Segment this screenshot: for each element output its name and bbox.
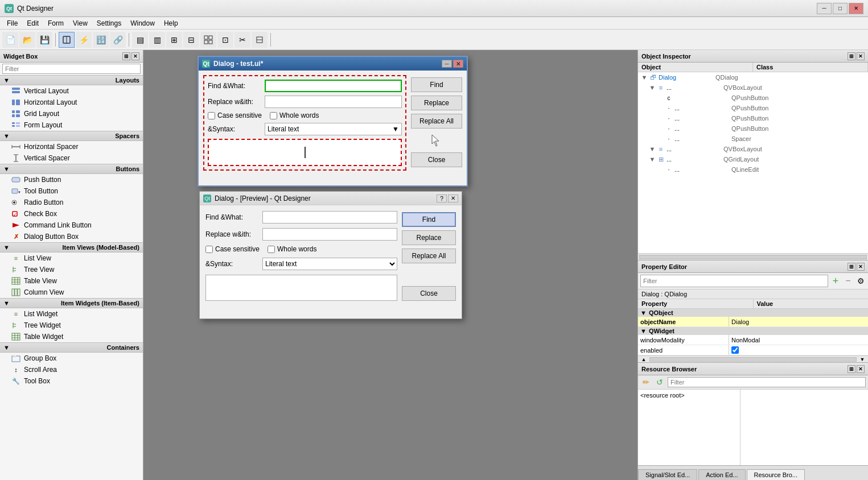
preview-replace-btn[interactable]: Replace xyxy=(402,230,456,245)
preview-find-btn[interactable]: Find xyxy=(402,212,456,227)
preview-close-btn-bottom[interactable]: Close xyxy=(402,286,456,301)
obj-row-spacer[interactable]: · ... Spacer xyxy=(638,134,868,144)
category-item-widgets[interactable]: ▼ Item Widgets (Item-Based) xyxy=(0,298,143,308)
obj-toggle[interactable]: ▼ xyxy=(648,84,656,91)
design-dialog-titlebar[interactable]: Qt Dialog - test.ui* ─ ✕ xyxy=(199,57,467,71)
category-containers[interactable]: ▼ Containers xyxy=(0,342,143,353)
close-button[interactable]: ✕ xyxy=(849,3,863,14)
toolbar-break-layout[interactable]: ✂ xyxy=(235,32,250,48)
widget-box-close-btn[interactable]: ✕ xyxy=(131,52,139,60)
obj-row-pbtn1[interactable]: c QPushButton xyxy=(638,93,868,103)
obj-row-vbox2[interactable]: ▼ ≡ ... QVBoxLayout xyxy=(638,144,868,154)
object-inspector-close[interactable]: ✕ xyxy=(857,52,865,60)
widget-item-vertical-spacer[interactable]: Vertical Spacer xyxy=(0,152,143,164)
obj-row-lineedit[interactable]: · ... QLineEdit xyxy=(638,164,868,175)
menu-view[interactable]: View xyxy=(68,17,92,29)
menu-window[interactable]: Window xyxy=(126,17,159,29)
preview-syntax-combo[interactable]: Literal text xyxy=(262,258,397,270)
widget-item-column-view[interactable]: Column View xyxy=(0,287,143,298)
find-button[interactable]: Find xyxy=(411,77,462,92)
widget-item-radio-button[interactable]: Radio Button xyxy=(0,197,143,208)
widget-filter-input[interactable] xyxy=(2,64,141,74)
menu-help[interactable]: Help xyxy=(159,17,183,29)
preview-whole-check[interactable]: Whole words xyxy=(268,245,316,253)
canvas-area[interactable]: Qt Dialog - test.ui* ─ ✕ Find &What: xyxy=(143,50,637,480)
toolbar-save[interactable]: 💾 xyxy=(36,32,52,48)
obj-toggle3[interactable]: ▼ xyxy=(648,156,656,163)
toolbar-edit-buddies[interactable]: 🔗 xyxy=(110,32,126,48)
resource-edit-btn[interactable]: ✏ xyxy=(640,376,652,388)
preview-text-area[interactable] xyxy=(205,275,397,301)
toolbar-edit-tab[interactable]: 🔢 xyxy=(93,32,109,48)
prop-scrollbar[interactable]: ▲ ▼ xyxy=(638,355,868,362)
widget-item-tree-view[interactable]: Tree View xyxy=(0,264,143,275)
preview-help-btn[interactable]: ? xyxy=(437,195,447,202)
widget-item-grid-layout[interactable]: Grid Layout xyxy=(0,108,143,119)
menu-file[interactable]: File xyxy=(2,17,22,29)
design-dialog-minimize[interactable]: ─ xyxy=(442,60,452,68)
prop-value-windowmodality[interactable]: NonModal xyxy=(729,335,868,345)
widget-item-tool-button[interactable]: ▼ Tool Button xyxy=(0,185,143,197)
tab-action-editor[interactable]: Action Ed... xyxy=(698,469,745,480)
close-button-design[interactable]: Close xyxy=(411,152,462,167)
menu-settings[interactable]: Settings xyxy=(92,17,126,29)
find-input[interactable] xyxy=(265,80,402,92)
toolbar-layout-vs[interactable]: ⊟ xyxy=(183,32,199,48)
widget-item-command-link[interactable]: Command Link Button xyxy=(0,220,143,231)
menu-edit[interactable]: Edit xyxy=(22,17,43,29)
design-dialog-close[interactable]: ✕ xyxy=(453,60,463,68)
resource-refresh-btn[interactable]: ↺ xyxy=(654,376,665,388)
resource-filter-input[interactable] xyxy=(668,377,866,387)
widget-item-list-view[interactable]: ≡ List View xyxy=(0,253,143,264)
widget-item-horizontal-spacer[interactable]: Horizontal Spacer xyxy=(0,141,143,152)
prop-value-objectname[interactable]: Dialog xyxy=(729,317,868,326)
prop-row-enabled[interactable]: enabled xyxy=(638,345,868,355)
widget-item-table-widget[interactable]: Table Widget xyxy=(0,331,143,342)
widget-item-vertical-layout[interactable]: Vertical Layout xyxy=(0,85,143,97)
preview-close-btn[interactable]: ✕ xyxy=(448,195,458,202)
obj-toggle2[interactable]: ▼ xyxy=(648,146,656,152)
design-text-area[interactable] xyxy=(208,139,402,166)
tab-resource-browser[interactable]: Resource Bro... xyxy=(747,469,805,480)
category-item-views[interactable]: ▼ Item Views (Model-Based) xyxy=(0,242,143,253)
whole-words-check[interactable]: Whole words xyxy=(270,111,319,119)
prop-filter-input[interactable] xyxy=(640,275,828,287)
toolbar-layout-h[interactable]: ▤ xyxy=(132,32,148,48)
obj-row-pbtn4[interactable]: · ... QPushButton xyxy=(638,123,868,134)
tab-signal-slot[interactable]: Signal/Slot Ed... xyxy=(638,469,697,480)
resource-browser-float[interactable]: ⊞ xyxy=(848,365,855,373)
widget-item-horizontal-layout[interactable]: Horizontal Layout xyxy=(0,97,143,108)
widget-item-tree-widget[interactable]: Tree Widget xyxy=(0,320,143,331)
widget-item-group-box[interactable]: ▭ Group Box xyxy=(0,353,143,364)
toolbar-edit-widgets[interactable] xyxy=(59,32,75,48)
toolbar-layout-v[interactable]: ▥ xyxy=(149,32,165,48)
maximize-button[interactable]: □ xyxy=(833,3,848,14)
prop-editor-close[interactable]: ✕ xyxy=(857,263,865,271)
prop-editor-float[interactable]: ⊞ xyxy=(848,263,855,271)
widget-item-dialog-button-box[interactable]: ✗ Dialog Button Box xyxy=(0,231,143,242)
widget-item-check-box[interactable]: ✓ Check Box xyxy=(0,208,143,220)
category-layouts[interactable]: ▼ Layouts xyxy=(0,75,143,85)
obj-row-grid[interactable]: ▼ ⊞ ... QGridLayout xyxy=(638,154,868,164)
resource-browser-close[interactable]: ✕ xyxy=(857,365,865,373)
widget-item-table-view[interactable]: Table View xyxy=(0,275,143,287)
case-sensitive-check[interactable]: Case sensitive xyxy=(208,111,262,119)
replace-all-button[interactable]: Replace All xyxy=(411,114,462,129)
obj-row-pbtn3[interactable]: · ... QPushButton xyxy=(638,113,868,123)
obj-row-dialog[interactable]: ▼ 🗗 Dialog QDialog xyxy=(638,72,868,82)
replace-button[interactable]: Replace xyxy=(411,96,462,110)
widget-item-tool-box[interactable]: 🔧 Tool Box xyxy=(0,375,143,387)
category-buttons[interactable]: ▼ Buttons xyxy=(0,164,143,174)
widget-item-list-widget[interactable]: ≡ List Widget xyxy=(0,308,143,320)
prop-remove-btn[interactable]: − xyxy=(843,276,853,286)
widget-item-scroll-area[interactable]: ↕ Scroll Area xyxy=(0,364,143,375)
toolbar-open[interactable]: 📂 xyxy=(19,32,35,48)
toolbar-new[interactable]: 📄 xyxy=(2,32,18,48)
toolbar-edit-signals[interactable]: ⚡ xyxy=(76,32,92,48)
replace-input[interactable] xyxy=(265,96,402,108)
prop-row-objectname[interactable]: objectName Dialog xyxy=(638,317,868,327)
toolbar-layout-form[interactable]: ⊡ xyxy=(217,32,233,48)
widget-item-push-button[interactable]: Push Button xyxy=(0,174,143,185)
obj-row-pbtn2[interactable]: · ... QPushButton xyxy=(638,103,868,113)
toolbar-layout-hs[interactable]: ⊞ xyxy=(166,32,182,48)
